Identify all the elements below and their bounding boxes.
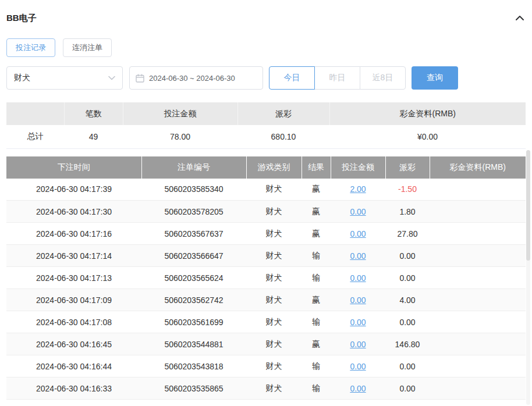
summary-header-payout: 派彩 (237, 102, 329, 125)
summary-table: 笔数 投注金额 派彩 彩金资料(RMB) 总计 49 78.00 680.10 … (6, 102, 526, 149)
order-id: 5060203544881 (141, 333, 246, 355)
bet-result: 输 (302, 245, 331, 267)
game-type: 财犬 (246, 311, 302, 333)
summary-header-bet: 投注金额 (123, 102, 237, 125)
tab-cascade-orders[interactable]: 连消注单 (63, 38, 112, 57)
game-type: 财犬 (246, 377, 302, 400)
game-type: 财犬 (246, 223, 302, 245)
payout-value: 4.00 (385, 289, 430, 311)
bet-time: 2024-06-30 04:17:39 (6, 179, 141, 201)
bonus-value (430, 355, 526, 377)
quick-range-yesterday[interactable]: 昨日 (314, 66, 360, 90)
table-row: 2024-06-30 04:17:085060203561699财犬输0.000… (6, 311, 526, 333)
bet-amount-link[interactable]: 0.00 (350, 273, 366, 283)
bet-time: 2024-06-30 04:15:56 (6, 400, 141, 406)
bet-result: 赢 (302, 223, 331, 245)
payout-value: -1.50 (385, 179, 430, 201)
table-row: 2024-06-30 04:16:455060203544881财犬赢0.001… (6, 333, 526, 355)
bet-amount-link[interactable]: 0.00 (350, 384, 366, 393)
page-title: BB电子 (6, 13, 37, 24)
tab-bet-records[interactable]: 投注记录 (6, 38, 55, 57)
game-type: 财犬 (246, 179, 302, 201)
table-scrollbar-thumb[interactable] (526, 150, 530, 261)
bet-time: 2024-06-30 04:17:13 (6, 267, 141, 289)
bonus-value (430, 311, 526, 333)
payout-value: 520.40 (385, 400, 430, 406)
bet-time: 2024-06-30 04:16:33 (6, 377, 141, 400)
payout-value: 146.80 (385, 333, 430, 355)
bonus-value (430, 400, 526, 406)
bonus-value (430, 201, 526, 223)
bet-amount-cell: 0.00 (331, 355, 385, 377)
order-id: 5060203535865 (141, 377, 246, 400)
bet-amount-link[interactable]: 2.00 (350, 184, 366, 194)
summary-header-count: 笔数 (64, 102, 123, 125)
payout-value: 0.00 (385, 245, 430, 267)
bet-table-header-row: 下注时间 注单编号 游戏类别 结果 投注金额 派彩 彩金资料(RMB) (6, 156, 526, 179)
game-type: 财犬 (246, 267, 302, 289)
header-bet-time: 下注时间 (6, 156, 141, 179)
bet-amount-link[interactable]: 0.00 (350, 318, 366, 327)
order-id: 5060203561699 (141, 311, 246, 333)
date-range-input[interactable]: 2024-06-30 ~ 2024-06-30 (129, 66, 263, 90)
bet-result: 赢 (302, 333, 331, 355)
game-select[interactable]: 财犬 (6, 66, 123, 90)
bet-table: 下注时间 注单编号 游戏类别 结果 投注金额 派彩 彩金资料(RMB) 2024… (6, 156, 526, 406)
payout-value: 1.80 (385, 201, 430, 223)
filter-bar: 财犬 2024-06-30 ~ 2024-06-30 今日 昨日 近8 (6, 66, 526, 90)
bet-amount-link[interactable]: 0.00 (350, 362, 366, 371)
bonus-value (430, 223, 526, 245)
summary-total-bonus: ¥0.00 (329, 125, 526, 148)
panel-header: BB电子 (6, 0, 526, 24)
bet-amount-cell: 0.00 (331, 377, 385, 400)
game-type: 财犬 (246, 245, 302, 267)
bet-result: 赢 (302, 179, 331, 201)
bet-amount-cell: 0.00 (331, 245, 385, 267)
header-bet-amount: 投注金额 (331, 156, 385, 179)
bet-result: 输 (302, 267, 331, 289)
payout-value: 0.00 (385, 311, 430, 333)
bet-amount-cell: 0.00 (331, 333, 385, 355)
bet-amount-link[interactable]: 0.00 (350, 295, 366, 305)
bet-history-panel: BB电子 投注记录 连消注单 财犬 (0, 0, 532, 406)
bet-amount-cell: 0.00 (331, 311, 385, 333)
bonus-value (430, 245, 526, 267)
bet-time: 2024-06-30 04:16:44 (6, 355, 141, 377)
quick-range-last8days[interactable]: 近8日 (360, 66, 406, 90)
bet-amount-link[interactable]: 0.00 (350, 340, 366, 349)
order-id: 5060203585340 (141, 179, 246, 201)
summary-total-bet: 78.00 (123, 125, 237, 148)
order-id: 5060203562742 (141, 289, 246, 311)
table-row: 2024-06-30 04:17:135060203565624财犬输0.000… (6, 267, 526, 289)
bet-result: 赢 (302, 289, 331, 311)
bet-amount-link[interactable]: 0.00 (350, 207, 366, 216)
bet-amount-link[interactable]: 0.00 (350, 251, 366, 261)
quick-range-group: 今日 昨日 近8日 (269, 66, 406, 90)
bet-amount-link[interactable]: 0.00 (350, 229, 366, 238)
quick-range-today[interactable]: 今日 (269, 66, 315, 90)
bet-time: 2024-06-30 04:16:45 (6, 333, 141, 355)
game-type: 财犬 (246, 333, 302, 355)
payout-value: 0.00 (385, 355, 430, 377)
bet-amount-cell: 0.00 (331, 289, 385, 311)
order-id: 5060203507289 (141, 400, 246, 406)
table-row: 2024-06-30 04:17:165060203567637财犬赢0.002… (6, 223, 526, 245)
query-button[interactable]: 查询 (412, 66, 458, 90)
bet-amount-cell: 0.00 (331, 201, 385, 223)
game-select-value: 财犬 (14, 73, 30, 83)
bonus-value (430, 333, 526, 355)
table-row: 2024-06-30 04:16:445060203543818财犬输0.000… (6, 355, 526, 377)
table-row: 2024-06-30 04:16:335060203535865财犬输0.000… (6, 377, 526, 400)
summary-header-bonus: 彩金资料(RMB) (329, 102, 526, 125)
table-row: 2024-06-30 04:17:305060203578205财犬赢0.001… (6, 201, 526, 223)
payout-value: 0.00 (385, 267, 430, 289)
order-id: 5060203565624 (141, 267, 246, 289)
summary-total-label: 总计 (6, 125, 64, 148)
table-row: 2024-06-30 04:17:145060203566647财犬输0.000… (6, 245, 526, 267)
summary-total-count: 49 (64, 125, 123, 148)
collapse-button[interactable] (514, 13, 526, 23)
bet-time: 2024-06-30 04:17:16 (6, 223, 141, 245)
chevron-down-icon (108, 76, 115, 80)
bet-time: 2024-06-30 04:17:08 (6, 311, 141, 333)
header-bonus: 彩金资料(RMB) (430, 156, 526, 179)
